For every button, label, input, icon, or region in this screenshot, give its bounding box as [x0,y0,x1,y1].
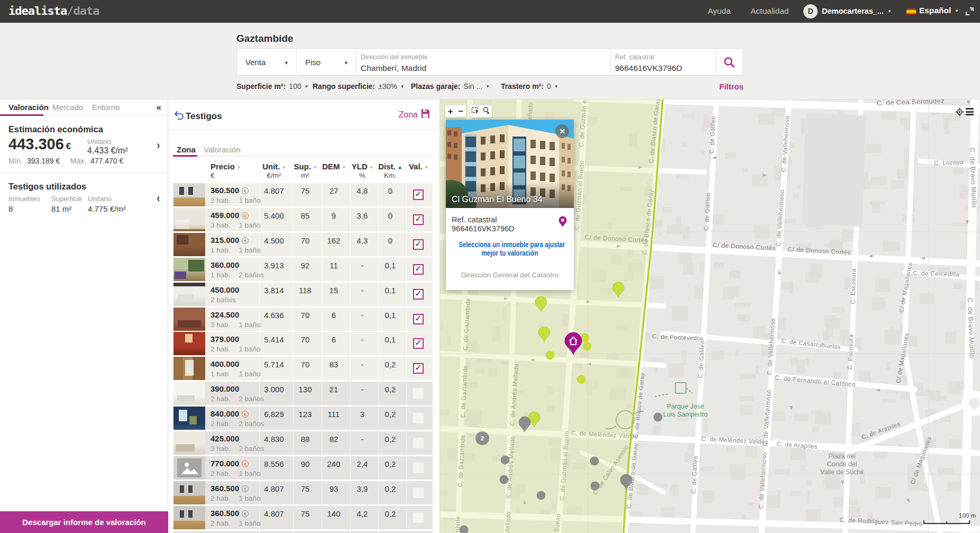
user-menu[interactable]: Democarteras_...▼ [822,7,892,15]
witnesses-table: 360.500€2 hab.1 baño4.80775274,80✓459.00… [173,183,433,533]
chevron-right-icon[interactable]: › [157,139,160,152]
row-checkbox[interactable] [413,438,424,448]
back-icon[interactable] [174,111,184,122]
chevron-left-icon[interactable]: ‹ [157,192,160,205]
row-checkbox[interactable]: ✓ [413,239,424,250]
zone-link[interactable]: Zona [399,110,418,120]
row-checkbox[interactable] [413,388,424,399]
filter-3[interactable]: Trastero m²:0▼ [501,82,558,91]
search-button[interactable] [716,49,741,75]
table-row[interactable]: 324.5003 hab.1 baño4.636706-0,1✓ [173,308,433,331]
table-row[interactable]: 379.0002 hab.1 baño5.414706-0,1✓ [173,332,433,355]
table-row[interactable]: 360.500€2 hab.1 baño4.80775274,80✓ [173,183,433,206]
baths-label: 2 baños [239,395,264,403]
address-input[interactable]: Dirección del inmueble Chamberí, Madrid [356,49,610,75]
listing-dot-gray[interactable] [591,482,600,491]
zoom-out-button[interactable]: − [458,106,463,117]
row-checkbox[interactable] [413,413,424,423]
euro-badge-icon: € [242,460,249,467]
row-checkbox[interactable]: ✓ [413,214,424,225]
baths-label: 1 baño [239,494,261,502]
listing-dot-gray[interactable] [501,456,510,465]
column-header-precio[interactable]: Precio◆€ [210,162,258,179]
property-details: 3 hab.1 baño [210,221,269,229]
filters-link[interactable]: Filtros [719,82,744,91]
active-tab-underline [0,114,43,116]
map-menu-icon[interactable] [966,108,974,117]
column-header-dist[interactable]: Dist.▲Km. [377,162,404,179]
popup-photo-caption: Cl Guzman El Bueno 34 [452,195,543,204]
row-checkbox[interactable] [413,487,424,498]
table-row[interactable]: 425.0003 hab.2 baños4.8308882-0,2 [173,431,433,455]
column-header-yld[interactable]: YLD◆% [349,162,375,179]
row-checkbox[interactable]: ✓ [413,338,424,349]
row-checkbox[interactable] [413,463,424,473]
column-header-val[interactable]: Val.◆ [405,162,432,171]
save-icon[interactable] [421,109,430,121]
popup-cta-link[interactable]: Selecciona un inmueble para ajustarmejor… [459,241,561,258]
table-row[interactable]: 315.000€1 hab.1 baño4.500701624,30✓ [173,233,433,256]
download-report-button[interactable]: Descargar informe de valoración [0,511,168,533]
baths-label: 1 baño [239,469,261,477]
listing-dot-green[interactable] [577,375,586,384]
row-checkbox[interactable]: ✓ [413,289,424,300]
column-header-dem[interactable]: DEM◆ [320,162,347,171]
row-checkbox[interactable]: ✓ [413,189,424,200]
table-row[interactable]: 400.0001 hab.1 baño5.7147083-0,2✓ [173,357,433,380]
listing-dot-gray[interactable] [537,491,546,500]
cadastral-ref-input[interactable]: Ref. catastral 9664616VK3796D [610,49,716,75]
close-icon[interactable]: ✕ [555,124,569,138]
tab-zona[interactable]: Zona [177,145,196,154]
table-row[interactable]: 840.000€2 hab.2 baños6.82912311130,2 [173,406,433,430]
filter-1[interactable]: Rango superficie:±30%▼ [313,82,405,91]
expand-icon[interactable] [965,7,974,18]
row-checkbox[interactable]: ✓ [413,363,424,374]
price-value: 360.500€ [210,186,249,195]
property-type-select[interactable]: Piso▼ [297,49,356,75]
column-header-sup[interactable]: Sup.◆m² [292,162,318,179]
column-header-unit[interactable]: Unit.◆€/m² [258,162,290,179]
listing-dot-green[interactable] [583,342,592,351]
tab-entorno[interactable]: Entorno [92,103,120,112]
zoom-in-button[interactable]: + [448,106,453,117]
table-row[interactable]: 360.0001 hab.2 baños3.9139211-0,1✓ [173,258,433,281]
zoom-area-icon[interactable] [482,106,491,116]
cluster-marker[interactable]: 2 [475,431,489,445]
table-row[interactable]: 770.000€2 hab.1 baño8.556902402,40,2 [173,456,433,480]
distance-value: 0,1 [377,335,404,344]
panel-header: Testigos Zona [168,100,439,130]
table-row[interactable]: 450.0002 baños3.81411815-0,1✓ [173,283,433,306]
row-checkbox[interactable]: ✓ [413,264,424,275]
table-row[interactable]: 459.000€3 hab.1 baño5.4008593,60✓ [173,208,433,231]
row-checkbox[interactable]: ✓ [413,314,424,324]
sort-icon: ◆ [342,165,345,169]
collapse-sidebar-icon[interactable]: « [157,102,160,113]
listing-dot-gray[interactable] [590,457,599,466]
table-row[interactable] [173,531,433,533]
brand-logo[interactable]: idealista/data [8,4,99,17]
avatar[interactable]: D [803,4,818,19]
tab-mercado[interactable]: Mercado [52,103,83,112]
area-select-icon[interactable] [471,106,480,116]
table-row[interactable]: 390.0002 hab.2 baños3.00013021-0,2 [173,382,433,405]
table-row[interactable]: 360.500€2 hab.1 baño4.80775933,90,2 [173,481,433,504]
nav-link-ayuda[interactable]: Ayuda [708,6,731,16]
tab-panel-valoracion[interactable]: Valoración [204,145,241,154]
map[interactable]: C. de Cea BermúdezC. LozoyaC. de Bravo M… [440,100,980,533]
witnesses-title: Testigos utilizados [8,182,86,192]
operation-select[interactable]: Venta▼ [237,49,297,75]
listing-dot-gray[interactable] [654,413,663,422]
listing-dot-gray[interactable] [500,475,509,484]
locate-icon[interactable] [955,107,964,119]
property-thumbnail [173,406,205,430]
row-checkbox[interactable] [413,512,424,523]
filter-0[interactable]: Superficie m²:100▼ [236,82,309,91]
baths-label: 2 baños [239,445,264,453]
tab-valoracion[interactable]: Valoración [8,103,49,112]
table-row[interactable]: 360.500€2 hab.1 baño4.807751404,20,2 [173,506,433,529]
language-selector[interactable]: Español▼ [919,6,959,15]
property-thumbnail [173,258,205,281]
nav-link-actualidad[interactable]: Actualidad [750,6,789,16]
filter-2[interactable]: Plazas garaje:Sin ...▼ [411,82,490,91]
listing-dot-green[interactable] [546,351,555,360]
